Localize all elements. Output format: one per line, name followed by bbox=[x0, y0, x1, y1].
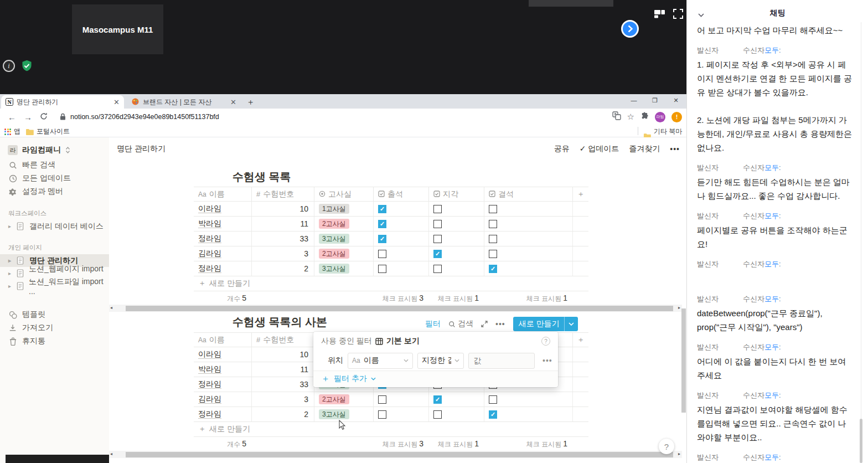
checkbox-unchecked[interactable] bbox=[489, 395, 497, 404]
add-column-button[interactable]: ＋ bbox=[573, 333, 588, 347]
column-header[interactable]: #수험번호 bbox=[252, 187, 314, 201]
scroll-right-icon[interactable]: ▸ bbox=[678, 451, 680, 456]
checkbox-unchecked[interactable] bbox=[433, 410, 442, 419]
filter-condition-select[interactable]: 지정한 값... bbox=[417, 353, 464, 369]
room-tag[interactable]: 2고사실 bbox=[319, 394, 349, 404]
window-close-button[interactable]: ✕ bbox=[665, 94, 686, 106]
cell-name[interactable]: 정라임 bbox=[194, 407, 252, 421]
recipient-value[interactable]: 모두 bbox=[764, 453, 779, 461]
room-tag[interactable]: 3고사실 bbox=[319, 264, 349, 274]
bookmark-portal-folder[interactable]: 포털사이트 bbox=[25, 127, 70, 136]
checkbox-checked[interactable]: ✓ bbox=[378, 235, 386, 243]
expand-toggle-icon[interactable]: ▸ bbox=[8, 258, 15, 264]
checked-aggregate[interactable]: 체크 표시됨1 bbox=[438, 439, 484, 449]
refresh-icon[interactable] bbox=[40, 112, 48, 122]
chevron-down-icon[interactable] bbox=[565, 322, 578, 326]
checked-aggregate[interactable]: 체크 표시됨1 bbox=[438, 294, 484, 303]
cell-name[interactable]: 정라임 bbox=[194, 232, 252, 246]
cell-number[interactable]: 10 bbox=[252, 202, 314, 216]
column-header[interactable]: Aa이름 bbox=[194, 333, 252, 347]
checked-aggregate[interactable]: 체크 표시됨3 bbox=[383, 294, 429, 303]
horizontal-scrollbar[interactable]: ◂ ▸ bbox=[109, 305, 682, 312]
column-header[interactable]: 고사실 bbox=[314, 187, 374, 201]
sidebar-item-template[interactable]: 템플릿 bbox=[0, 308, 109, 321]
window-minimize-button[interactable]: — bbox=[623, 94, 644, 106]
checkbox-unchecked[interactable] bbox=[489, 250, 497, 258]
tab-close-icon[interactable]: ✕ bbox=[230, 98, 236, 106]
recipient-value[interactable]: 모두 bbox=[764, 212, 779, 220]
row-title[interactable]: 정라임 bbox=[198, 264, 221, 274]
count-aggregate[interactable]: 개수5 bbox=[227, 294, 252, 303]
recipient-value[interactable]: 모두 bbox=[764, 343, 779, 351]
cell-name[interactable]: 정라임 bbox=[194, 377, 252, 392]
cell-number[interactable]: 2 bbox=[252, 407, 314, 421]
checked-aggregate[interactable]: 체크 표시됨1 bbox=[526, 294, 573, 303]
checkbox-unchecked[interactable] bbox=[489, 235, 497, 243]
room-tag[interactable]: 3고사실 bbox=[319, 234, 349, 244]
cell-number[interactable]: 3 bbox=[252, 392, 314, 407]
table-more-button[interactable]: ••• bbox=[495, 320, 505, 328]
table2-title[interactable]: 수험생 목록의 사본 bbox=[232, 315, 327, 330]
window-maximize-button[interactable]: ❐ bbox=[644, 94, 665, 106]
row-title[interactable]: 박라임 bbox=[198, 219, 221, 229]
sidebar-item-clock[interactable]: 모든 업데이트 bbox=[0, 172, 109, 185]
recipient-value[interactable]: 모두 bbox=[764, 391, 779, 399]
expand-icon[interactable] bbox=[481, 321, 488, 327]
collapse-panel-button[interactable] bbox=[621, 20, 639, 38]
help-icon[interactable]: ? bbox=[541, 337, 550, 346]
cell-name[interactable]: 박라임 bbox=[194, 362, 252, 377]
tab-notion[interactable]: N 명단 관리하기 ✕ bbox=[1, 95, 124, 109]
search-button[interactable]: 검색 bbox=[448, 319, 473, 329]
checked-aggregate[interactable]: 체크 표시됨3 bbox=[383, 439, 429, 449]
breadcrumb[interactable]: 명단 관리하기 bbox=[117, 144, 166, 154]
column-header[interactable]: 결석 bbox=[484, 187, 573, 201]
cell-number[interactable]: 33 bbox=[252, 232, 314, 246]
new-item-button[interactable]: 새로 만들기 bbox=[513, 317, 578, 331]
column-header[interactable]: 지각 bbox=[429, 187, 484, 201]
security-shield-icon[interactable] bbox=[20, 59, 33, 74]
bookmark-apps[interactable]: 앱 bbox=[4, 127, 20, 136]
add-filter-button[interactable]: ＋ 필터 추가 bbox=[313, 371, 558, 387]
recipient-value[interactable]: 모두 bbox=[764, 163, 779, 172]
checkbox-unchecked[interactable] bbox=[489, 205, 497, 213]
fullscreen-icon[interactable] bbox=[673, 9, 683, 21]
new-row-button[interactable]: ＋새로 만들기 bbox=[194, 422, 588, 437]
recipient-value[interactable]: 모두 bbox=[764, 46, 779, 54]
row-title[interactable]: 이라임 bbox=[198, 204, 221, 214]
profile-avatar[interactable]: 라임 bbox=[655, 112, 665, 122]
expand-toggle-icon[interactable]: ▸ bbox=[8, 283, 15, 289]
cell-number[interactable]: 11 bbox=[252, 217, 314, 231]
chat-collapse-icon[interactable] bbox=[698, 9, 704, 19]
filter-button[interactable]: 필터 bbox=[425, 319, 441, 329]
sidebar-item-import[interactable]: 가져오기 bbox=[0, 321, 109, 335]
cell-name[interactable]: 이라임 bbox=[194, 347, 252, 362]
checked-aggregate[interactable]: 체크 표시됨1 bbox=[526, 439, 573, 449]
new-tab-button[interactable]: ＋ bbox=[246, 97, 255, 107]
checkbox-checked[interactable]: ✓ bbox=[489, 265, 497, 273]
scroll-right-icon[interactable]: ▸ bbox=[678, 305, 680, 310]
more-button[interactable]: ••• bbox=[670, 145, 680, 153]
sidebar-item-search[interactable]: 빠른 검색 bbox=[0, 158, 109, 172]
cell-room[interactable]: 3고사실 bbox=[314, 261, 374, 276]
back-icon[interactable]: ← bbox=[8, 112, 16, 122]
cell-room[interactable]: 3고사실 bbox=[314, 232, 374, 246]
column-header[interactable]: #수험번호 bbox=[252, 333, 314, 347]
cell-name[interactable]: 김라임 bbox=[194, 392, 252, 407]
recipient-value[interactable]: 모두 bbox=[764, 260, 779, 268]
scroll-left-icon[interactable]: ◂ bbox=[110, 305, 112, 310]
updates-button[interactable]: ✓ 업데이트 bbox=[580, 144, 619, 154]
info-icon[interactable]: i bbox=[3, 60, 15, 72]
expand-toggle-icon[interactable]: ▸ bbox=[8, 223, 15, 229]
lock-icon[interactable] bbox=[60, 112, 66, 122]
table1-title[interactable]: 수험생 목록 bbox=[232, 169, 291, 184]
row-title[interactable]: 정라임 bbox=[198, 409, 221, 419]
notion-help-button[interactable]: ? bbox=[659, 439, 674, 454]
workspace-switcher[interactable]: 라 라임컴패니 bbox=[0, 137, 109, 158]
cell-name[interactable]: 박라임 bbox=[194, 217, 252, 231]
filter-row-more-button[interactable]: ••• bbox=[542, 356, 552, 365]
browser-scrollbar-thumb[interactable] bbox=[681, 308, 686, 413]
checkbox-unchecked[interactable] bbox=[433, 265, 442, 273]
sidebar-page-item[interactable]: ▸노션_워드파일 import ... bbox=[0, 280, 109, 292]
add-column-button[interactable]: ＋ bbox=[573, 187, 588, 201]
cell-number[interactable]: 10 bbox=[252, 347, 314, 362]
